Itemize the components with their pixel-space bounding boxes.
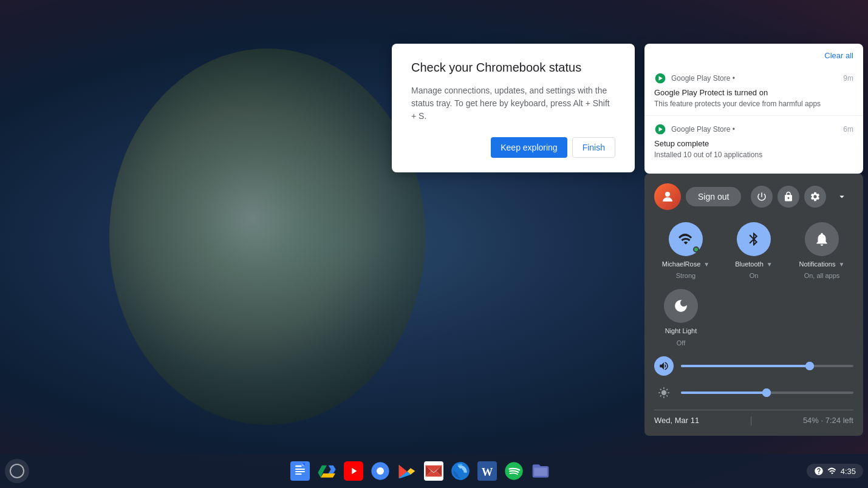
- svg-point-9: [377, 468, 383, 473]
- settings-button[interactable]: [804, 186, 826, 208]
- taskbar-right: 4:35: [807, 464, 863, 478]
- bluetooth-control: Bluetooth ▼ On: [722, 222, 785, 279]
- clear-all-button[interactable]: Clear all: [824, 51, 853, 60]
- svg-rect-4: [295, 471, 305, 472]
- notif-app-name-1: Google Play Store •: [671, 74, 735, 83]
- svg-rect-5: [295, 473, 302, 475]
- notif-title-1: Google Play Protect is turned on: [654, 88, 853, 97]
- bluetooth-label: Bluetooth ▼: [735, 260, 772, 268]
- taskbar-app-spotify[interactable]: [502, 459, 526, 483]
- taskbar-app-gmail[interactable]: [422, 459, 446, 483]
- launcher-button[interactable]: [5, 459, 29, 483]
- wifi-sublabel: Strong: [676, 272, 695, 279]
- bluetooth-button[interactable]: [737, 222, 771, 256]
- taskbar-app-word[interactable]: W: [475, 459, 499, 483]
- brightness-slider-row: [654, 383, 853, 402]
- taskbar-apps: W: [34, 459, 807, 483]
- taskbar: W: [0, 454, 868, 488]
- volume-slider-row: [654, 356, 853, 376]
- notif-time-1: 9m: [843, 74, 853, 83]
- taskbar-app-docs[interactable]: [288, 459, 312, 483]
- wifi-label: MichaelRose ▼: [662, 260, 710, 268]
- launcher-icon: [10, 464, 24, 478]
- svg-text:W: W: [482, 466, 493, 478]
- notif-app-name-2: Google Play Store •: [671, 125, 735, 134]
- notification-item-2: Google Play Store • 6m Setup complete In…: [644, 116, 863, 166]
- card-buttons: Keep exploring Finish: [411, 137, 615, 158]
- notification-panel: Clear all Google Play Store • 9m Google …: [644, 44, 863, 174]
- tray-date: Wed, Mar 11: [654, 416, 699, 425]
- brightness-icon: [654, 383, 674, 402]
- taskbar-left: [5, 459, 34, 483]
- night-light-label: Night Light: [665, 327, 697, 335]
- volume-slider[interactable]: [681, 365, 853, 367]
- card-body: Manage connections, updates, and setting…: [411, 84, 615, 123]
- expand-button[interactable]: [831, 186, 853, 208]
- notif-title-2: Setup complete: [654, 139, 853, 148]
- desktop: Check your Chromebook status Manage conn…: [0, 0, 868, 488]
- taskbar-app-play[interactable]: [395, 459, 419, 483]
- tray-battery: 54% · 7:24 left: [803, 416, 853, 425]
- notifications-sublabel: On, all apps: [804, 272, 840, 279]
- power-button[interactable]: [751, 186, 773, 208]
- desktop-globe: [109, 49, 425, 425]
- notifications-label: Notifications ▼: [799, 260, 845, 268]
- tray-controls-grid: MichaelRose ▼ Strong Bluetooth ▼ On: [654, 222, 853, 279]
- keep-exploring-button[interactable]: Keep exploring: [491, 137, 567, 158]
- play-store-icon-1: [654, 72, 666, 84]
- notifications-button[interactable]: [805, 222, 839, 256]
- bluetooth-sublabel: On: [750, 272, 759, 279]
- svg-point-0: [665, 192, 670, 197]
- brightness-slider[interactable]: [681, 391, 853, 394]
- taskbar-app-files[interactable]: [528, 459, 553, 483]
- tray-bottom-bar: Wed, Mar 11 | 54% · 7:24 left: [654, 410, 853, 426]
- night-light-sublabel: Off: [677, 339, 685, 347]
- svg-rect-3: [295, 469, 305, 470]
- wifi-control: MichaelRose ▼ Strong: [654, 222, 717, 279]
- svg-rect-2: [295, 466, 302, 467]
- taskbar-time: 4:35: [841, 467, 856, 476]
- notif-body-1: This feature protects your device from h…: [654, 100, 853, 108]
- notif-body-2: Installed 10 out of 10 applications: [654, 151, 853, 159]
- taskbar-wifi-icon: [827, 466, 837, 476]
- volume-icon[interactable]: [654, 356, 674, 376]
- help-icon: [814, 466, 824, 476]
- taskbar-app-chrome[interactable]: [368, 459, 392, 483]
- notification-item-1: Google Play Store • 9m Google Play Prote…: [644, 65, 863, 116]
- notif-time-2: 6m: [843, 125, 853, 134]
- user-avatar[interactable]: [654, 183, 681, 210]
- night-light-button[interactable]: [664, 289, 698, 323]
- card-title: Check your Chromebook status: [411, 61, 615, 75]
- taskbar-app-earth[interactable]: [448, 459, 473, 483]
- notifications-control: Notifications ▼ On, all apps: [790, 222, 853, 279]
- night-light-control: Night Light Off: [664, 289, 698, 346]
- notif-app-row-1: Google Play Store • 9m: [654, 72, 853, 84]
- wifi-button[interactable]: [669, 222, 703, 256]
- notification-header: Clear all: [644, 51, 863, 65]
- system-tray-panel: Sign out: [644, 174, 863, 436]
- finish-button[interactable]: Finish: [572, 137, 615, 158]
- night-light-row: Night Light Off: [654, 289, 853, 346]
- chromebook-status-card: Check your Chromebook status Manage conn…: [392, 44, 635, 172]
- notif-app-row-2: Google Play Store • 6m: [654, 123, 853, 135]
- taskbar-app-drive[interactable]: [315, 459, 339, 483]
- play-store-icon-2: [654, 123, 666, 135]
- taskbar-app-youtube[interactable]: [341, 459, 366, 483]
- sign-out-button[interactable]: Sign out: [686, 187, 741, 206]
- tray-top-row: Sign out: [654, 183, 853, 210]
- taskbar-status-area[interactable]: 4:35: [807, 464, 863, 478]
- lock-button[interactable]: [777, 186, 799, 208]
